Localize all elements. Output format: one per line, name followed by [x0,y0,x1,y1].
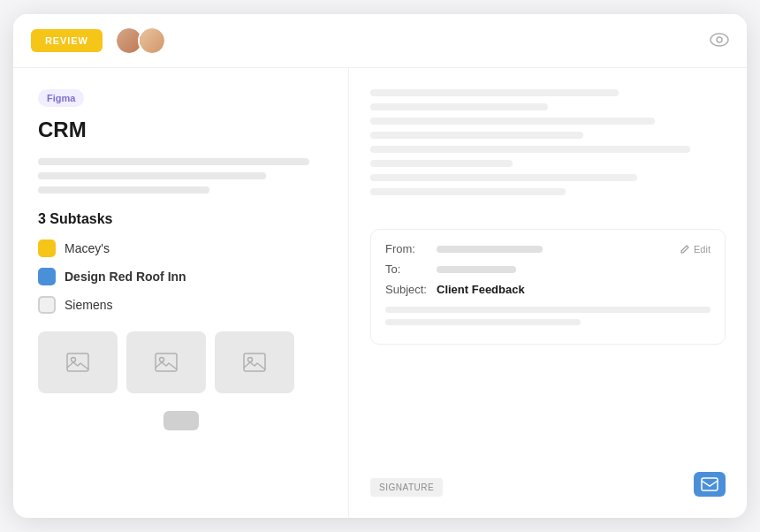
gray-button[interactable] [163,411,199,430]
rph-5 [370,146,690,153]
bottom-right: SIGNATURE [370,463,726,497]
page-title: CRM [38,118,323,142]
ph-line-1 [38,158,309,165]
thumbnail-2[interactable] [126,331,206,393]
email-from-row: From: Edit [385,242,711,255]
bottom-bar-left [38,411,323,430]
subtask-label-0: Macey's [65,241,110,255]
email-body [385,307,711,325]
svg-rect-4 [156,353,177,371]
description-placeholders [38,158,323,194]
email-to-value [437,266,516,273]
subtask-label-1: Design Red Roof Inn [65,270,186,284]
main-content: Figma CRM 3 Subtasks Macey's Design Red … [13,68,747,518]
rph-7 [370,174,637,181]
svg-point-0 [711,34,728,46]
subtask-item-1: Design Red Roof Inn [38,268,323,285]
avatar-image-2 [140,28,164,53]
svg-point-1 [717,37,722,42]
subtask-label-2: Siemens [65,298,112,312]
rph-2 [370,103,548,110]
rph-6 [370,160,513,167]
main-window: REVIEW Figma CRM [13,14,747,518]
mail-icon[interactable] [694,472,726,497]
email-edit-button[interactable]: Edit [680,244,711,255]
figma-tag[interactable]: Figma [38,89,84,107]
svg-rect-6 [244,353,265,371]
subtask-item-0: Macey's [38,239,323,257]
email-body-line-1 [385,307,711,313]
review-button[interactable]: REVIEW [31,29,103,52]
rph-1 [370,89,619,96]
email-from-label: From: [385,242,429,255]
email-body-line-2 [385,319,581,325]
left-panel: Figma CRM 3 Subtasks Macey's Design Red … [13,68,349,518]
email-from-value [437,246,543,253]
image-thumbnails [38,331,323,393]
email-subject-label: Subject: [385,283,429,296]
svg-rect-8 [702,478,718,490]
svg-point-7 [248,358,253,362]
svg-point-3 [72,358,76,362]
rph-8 [370,188,566,195]
svg-rect-2 [67,353,88,371]
email-to-row: To: [385,262,711,276]
email-subject-row: Subject: Client Feedback [385,283,711,296]
subtasks-heading: 3 Subtasks [38,211,323,227]
subtask-checkbox-2[interactable] [38,296,56,314]
email-to-label: To: [385,262,429,276]
right-panel: From: Edit To: Subject: Client Feedba [349,68,747,518]
ph-line-2 [38,172,266,179]
right-placeholder-lines [370,89,726,202]
avatars [115,27,166,55]
subtask-checkbox-1[interactable] [38,268,56,285]
edit-label: Edit [694,244,711,255]
eye-icon[interactable] [710,31,729,51]
signature-button[interactable]: SIGNATURE [370,478,443,497]
email-subject-value: Client Feedback [437,283,525,296]
rph-3 [370,118,655,125]
top-bar-left: REVIEW [31,27,166,55]
rph-4 [370,132,583,139]
subtask-item-2: Siemens [38,296,323,314]
ph-line-3 [38,186,209,194]
thumbnail-3[interactable] [215,331,294,393]
thumbnail-1[interactable] [38,331,118,393]
avatar-2 [138,27,166,55]
svg-point-5 [160,358,164,362]
top-bar: REVIEW [13,14,747,68]
subtask-checkbox-0[interactable] [38,239,56,257]
email-section: From: Edit To: Subject: Client Feedba [370,229,726,345]
